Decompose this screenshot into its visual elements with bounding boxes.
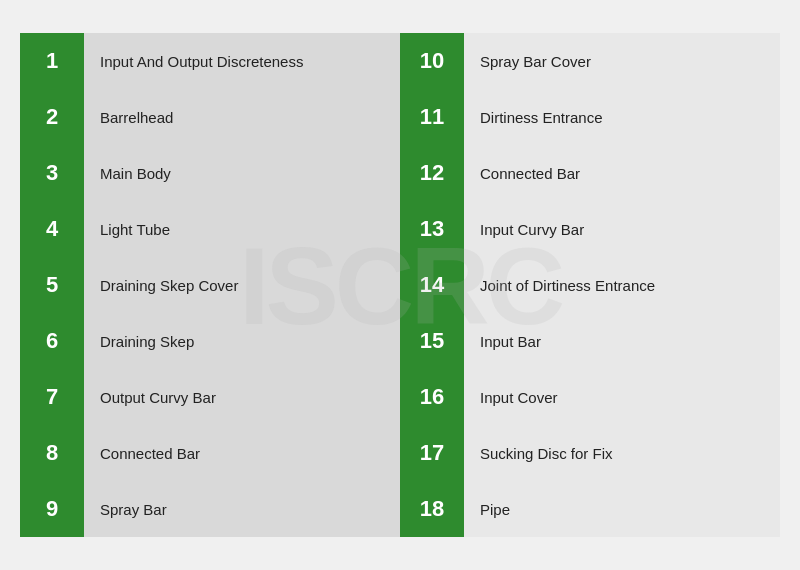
- table-row: 15Input Bar: [400, 313, 780, 369]
- row-number: 11: [400, 89, 464, 145]
- row-number: 9: [20, 481, 84, 537]
- parts-table: ISCRC 1Input And Output Discreteness10Sp…: [20, 33, 780, 537]
- table-row: 1Input And Output Discreteness: [20, 33, 400, 89]
- row-label: Dirtiness Entrance: [464, 89, 780, 145]
- table-row: 4Light Tube: [20, 201, 400, 257]
- row-number: 1: [20, 33, 84, 89]
- table-row: 16Input Cover: [400, 369, 780, 425]
- row-number: 8: [20, 425, 84, 481]
- row-label: Sucking Disc for Fix: [464, 425, 780, 481]
- row-number: 2: [20, 89, 84, 145]
- row-label: Spray Bar Cover: [464, 33, 780, 89]
- row-label: Input And Output Discreteness: [84, 33, 400, 89]
- table-row: 12Connected Bar: [400, 145, 780, 201]
- row-number: 16: [400, 369, 464, 425]
- row-number: 18: [400, 481, 464, 537]
- table-row: 17Sucking Disc for Fix: [400, 425, 780, 481]
- row-number: 6: [20, 313, 84, 369]
- row-number: 15: [400, 313, 464, 369]
- row-label: Input Cover: [464, 369, 780, 425]
- table-row: 10Spray Bar Cover: [400, 33, 780, 89]
- row-label: Input Curvy Bar: [464, 201, 780, 257]
- table-row: 5Draining Skep Cover: [20, 257, 400, 313]
- table-row: 8Connected Bar: [20, 425, 400, 481]
- table-row: 6Draining Skep: [20, 313, 400, 369]
- row-label: Pipe: [464, 481, 780, 537]
- row-label: Draining Skep Cover: [84, 257, 400, 313]
- row-label: Main Body: [84, 145, 400, 201]
- table-row: 18Pipe: [400, 481, 780, 537]
- row-number: 5: [20, 257, 84, 313]
- table-row: 11Dirtiness Entrance: [400, 89, 780, 145]
- row-number: 7: [20, 369, 84, 425]
- row-label: Light Tube: [84, 201, 400, 257]
- row-label: Joint of Dirtiness Entrance: [464, 257, 780, 313]
- table-row: 3Main Body: [20, 145, 400, 201]
- row-label: Connected Bar: [84, 425, 400, 481]
- row-number: 17: [400, 425, 464, 481]
- row-label: Connected Bar: [464, 145, 780, 201]
- row-label: Output Curvy Bar: [84, 369, 400, 425]
- table-row: 14Joint of Dirtiness Entrance: [400, 257, 780, 313]
- row-label: Draining Skep: [84, 313, 400, 369]
- row-number: 13: [400, 201, 464, 257]
- table-row: 9Spray Bar: [20, 481, 400, 537]
- table-row: 13Input Curvy Bar: [400, 201, 780, 257]
- row-number: 4: [20, 201, 84, 257]
- row-number: 3: [20, 145, 84, 201]
- table-row: 7Output Curvy Bar: [20, 369, 400, 425]
- row-label: Spray Bar: [84, 481, 400, 537]
- row-label: Input Bar: [464, 313, 780, 369]
- row-number: 14: [400, 257, 464, 313]
- table-row: 2Barrelhead: [20, 89, 400, 145]
- row-number: 10: [400, 33, 464, 89]
- row-label: Barrelhead: [84, 89, 400, 145]
- row-number: 12: [400, 145, 464, 201]
